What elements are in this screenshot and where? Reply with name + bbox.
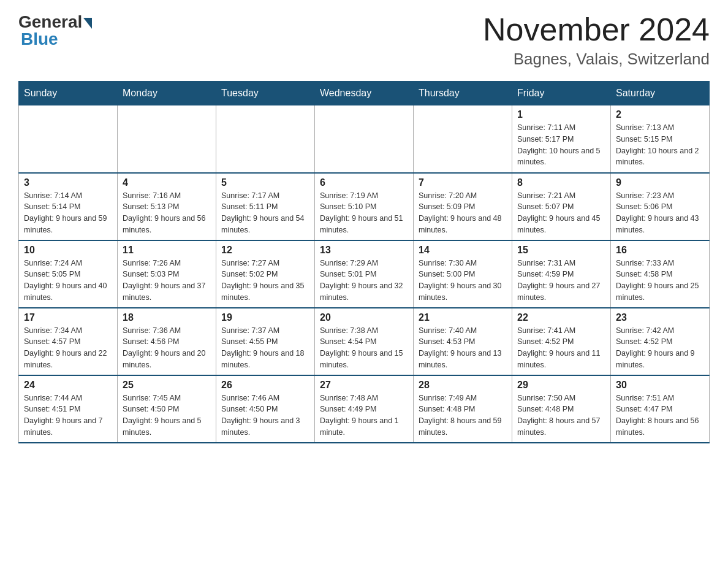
calendar-cell: 24Sunrise: 7:44 AM Sunset: 4:51 PM Dayli… (19, 375, 118, 443)
calendar-cell: 11Sunrise: 7:26 AM Sunset: 5:03 PM Dayli… (118, 240, 216, 308)
calendar-cell: 12Sunrise: 7:27 AM Sunset: 5:02 PM Dayli… (216, 240, 315, 308)
week-row-3: 10Sunrise: 7:24 AM Sunset: 5:05 PM Dayli… (19, 240, 710, 308)
day-info: Sunrise: 7:29 AM Sunset: 5:01 PM Dayligh… (320, 258, 408, 304)
day-info: Sunrise: 7:30 AM Sunset: 5:00 PM Dayligh… (419, 258, 507, 304)
logo-arrow-icon (83, 18, 92, 29)
calendar-cell: 22Sunrise: 7:41 AM Sunset: 4:52 PM Dayli… (512, 308, 611, 375)
calendar-header-monday: Monday (118, 82, 216, 105)
day-number: 4 (123, 177, 211, 188)
calendar-cell: 25Sunrise: 7:45 AM Sunset: 4:50 PM Dayli… (118, 375, 216, 443)
calendar-cell: 5Sunrise: 7:17 AM Sunset: 5:11 PM Daylig… (216, 173, 315, 240)
day-number: 29 (517, 380, 605, 391)
day-number: 13 (320, 245, 408, 256)
day-number: 22 (517, 312, 605, 323)
day-info: Sunrise: 7:23 AM Sunset: 5:06 PM Dayligh… (616, 190, 704, 236)
day-number: 15 (517, 245, 605, 256)
calendar-cell: 17Sunrise: 7:34 AM Sunset: 4:57 PM Dayli… (19, 308, 118, 375)
calendar-cell: 13Sunrise: 7:29 AM Sunset: 5:01 PM Dayli… (315, 240, 414, 308)
day-info: Sunrise: 7:37 AM Sunset: 4:55 PM Dayligh… (221, 325, 309, 371)
day-info: Sunrise: 7:20 AM Sunset: 5:09 PM Dayligh… (419, 190, 507, 236)
calendar-cell: 21Sunrise: 7:40 AM Sunset: 4:53 PM Dayli… (414, 308, 512, 375)
day-number: 12 (221, 245, 309, 256)
calendar-table: SundayMondayTuesdayWednesdayThursdayFrid… (18, 81, 710, 443)
day-number: 28 (419, 380, 507, 391)
day-number: 21 (419, 312, 507, 323)
calendar-cell (414, 105, 512, 173)
calendar-cell: 30Sunrise: 7:51 AM Sunset: 4:47 PM Dayli… (611, 375, 710, 443)
week-row-5: 24Sunrise: 7:44 AM Sunset: 4:51 PM Dayli… (19, 375, 710, 443)
day-number: 1 (517, 109, 605, 120)
day-info: Sunrise: 7:21 AM Sunset: 5:07 PM Dayligh… (517, 190, 605, 236)
month-title: November 2024 (483, 12, 710, 47)
logo: General Blue (18, 12, 92, 49)
calendar-cell: 23Sunrise: 7:42 AM Sunset: 4:52 PM Dayli… (611, 308, 710, 375)
calendar-cell: 8Sunrise: 7:21 AM Sunset: 5:07 PM Daylig… (512, 173, 611, 240)
day-number: 11 (123, 245, 211, 256)
calendar-header-friday: Friday (512, 82, 611, 105)
calendar-header-thursday: Thursday (414, 82, 512, 105)
title-section: November 2024 Bagnes, Valais, Switzerlan… (483, 12, 710, 69)
calendar-cell: 28Sunrise: 7:49 AM Sunset: 4:48 PM Dayli… (414, 375, 512, 443)
calendar-cell: 14Sunrise: 7:30 AM Sunset: 5:00 PM Dayli… (414, 240, 512, 308)
day-info: Sunrise: 7:34 AM Sunset: 4:57 PM Dayligh… (24, 325, 112, 371)
calendar-cell: 9Sunrise: 7:23 AM Sunset: 5:06 PM Daylig… (611, 173, 710, 240)
calendar-header-sunday: Sunday (19, 82, 118, 105)
day-info: Sunrise: 7:19 AM Sunset: 5:10 PM Dayligh… (320, 190, 408, 236)
day-number: 3 (24, 177, 112, 188)
calendar-cell: 2Sunrise: 7:13 AM Sunset: 5:15 PM Daylig… (611, 105, 710, 173)
calendar-cell: 15Sunrise: 7:31 AM Sunset: 4:59 PM Dayli… (512, 240, 611, 308)
calendar-cell: 10Sunrise: 7:24 AM Sunset: 5:05 PM Dayli… (19, 240, 118, 308)
day-info: Sunrise: 7:45 AM Sunset: 4:50 PM Dayligh… (123, 393, 211, 439)
day-info: Sunrise: 7:13 AM Sunset: 5:15 PM Dayligh… (616, 122, 704, 168)
page-header: General Blue November 2024 Bagnes, Valai… (18, 12, 710, 69)
day-number: 16 (616, 245, 704, 256)
calendar-cell: 4Sunrise: 7:16 AM Sunset: 5:13 PM Daylig… (118, 173, 216, 240)
calendar-cell (216, 105, 315, 173)
day-info: Sunrise: 7:17 AM Sunset: 5:11 PM Dayligh… (221, 190, 309, 236)
day-info: Sunrise: 7:14 AM Sunset: 5:14 PM Dayligh… (24, 190, 112, 236)
day-number: 8 (517, 177, 605, 188)
day-info: Sunrise: 7:31 AM Sunset: 4:59 PM Dayligh… (517, 258, 605, 304)
day-info: Sunrise: 7:38 AM Sunset: 4:54 PM Dayligh… (320, 325, 408, 371)
day-number: 24 (24, 380, 112, 391)
day-number: 7 (419, 177, 507, 188)
day-info: Sunrise: 7:49 AM Sunset: 4:48 PM Dayligh… (419, 393, 507, 439)
day-info: Sunrise: 7:11 AM Sunset: 5:17 PM Dayligh… (517, 122, 605, 168)
day-info: Sunrise: 7:26 AM Sunset: 5:03 PM Dayligh… (123, 258, 211, 304)
calendar-header-row: SundayMondayTuesdayWednesdayThursdayFrid… (19, 82, 710, 105)
day-info: Sunrise: 7:50 AM Sunset: 4:48 PM Dayligh… (517, 393, 605, 439)
day-number: 25 (123, 380, 211, 391)
day-info: Sunrise: 7:41 AM Sunset: 4:52 PM Dayligh… (517, 325, 605, 371)
day-number: 26 (221, 380, 309, 391)
day-info: Sunrise: 7:33 AM Sunset: 4:58 PM Dayligh… (616, 258, 704, 304)
day-number: 6 (320, 177, 408, 188)
calendar-header-wednesday: Wednesday (315, 82, 414, 105)
day-number: 14 (419, 245, 507, 256)
day-info: Sunrise: 7:27 AM Sunset: 5:02 PM Dayligh… (221, 258, 309, 304)
day-info: Sunrise: 7:46 AM Sunset: 4:50 PM Dayligh… (221, 393, 309, 439)
day-number: 10 (24, 245, 112, 256)
calendar-cell (118, 105, 216, 173)
day-number: 5 (221, 177, 309, 188)
day-number: 20 (320, 312, 408, 323)
calendar-cell: 1Sunrise: 7:11 AM Sunset: 5:17 PM Daylig… (512, 105, 611, 173)
calendar-cell: 29Sunrise: 7:50 AM Sunset: 4:48 PM Dayli… (512, 375, 611, 443)
day-info: Sunrise: 7:16 AM Sunset: 5:13 PM Dayligh… (123, 190, 211, 236)
day-number: 9 (616, 177, 704, 188)
week-row-2: 3Sunrise: 7:14 AM Sunset: 5:14 PM Daylig… (19, 173, 710, 240)
calendar-cell: 20Sunrise: 7:38 AM Sunset: 4:54 PM Dayli… (315, 308, 414, 375)
calendar-cell: 26Sunrise: 7:46 AM Sunset: 4:50 PM Dayli… (216, 375, 315, 443)
day-info: Sunrise: 7:36 AM Sunset: 4:56 PM Dayligh… (123, 325, 211, 371)
calendar-header-saturday: Saturday (611, 82, 710, 105)
day-info: Sunrise: 7:48 AM Sunset: 4:49 PM Dayligh… (320, 393, 408, 439)
logo-blue-text: Blue (18, 29, 58, 49)
location-title: Bagnes, Valais, Switzerland (483, 50, 710, 69)
calendar-cell: 18Sunrise: 7:36 AM Sunset: 4:56 PM Dayli… (118, 308, 216, 375)
day-info: Sunrise: 7:44 AM Sunset: 4:51 PM Dayligh… (24, 393, 112, 439)
day-number: 18 (123, 312, 211, 323)
calendar-cell: 16Sunrise: 7:33 AM Sunset: 4:58 PM Dayli… (611, 240, 710, 308)
calendar-cell: 7Sunrise: 7:20 AM Sunset: 5:09 PM Daylig… (414, 173, 512, 240)
day-info: Sunrise: 7:24 AM Sunset: 5:05 PM Dayligh… (24, 258, 112, 304)
calendar-cell (315, 105, 414, 173)
calendar-header-tuesday: Tuesday (216, 82, 315, 105)
